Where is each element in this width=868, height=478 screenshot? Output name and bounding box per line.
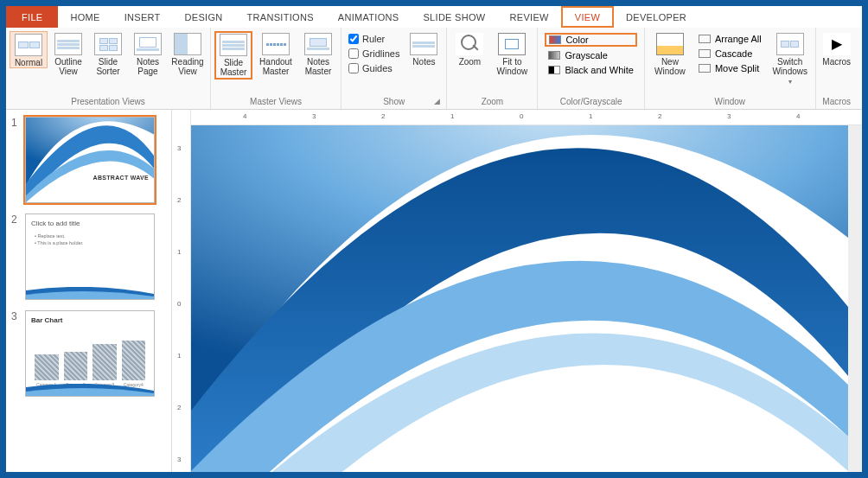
group-label: Window xyxy=(648,97,812,107)
fit-to-window-button[interactable]: Fit to Window xyxy=(490,31,533,76)
color-swatch-icon xyxy=(549,35,561,44)
ruler-checkbox[interactable]: Ruler xyxy=(345,33,403,45)
group-label: Color/Grayscale xyxy=(541,97,640,107)
slide-stage[interactable] xyxy=(191,125,862,472)
cascade-icon xyxy=(699,49,711,58)
tab-insert[interactable]: INSERT xyxy=(112,6,173,28)
macros-icon: ▶ xyxy=(823,33,851,55)
group-window: New Window Arrange All Cascade Move Spli… xyxy=(645,28,816,109)
outline-view-button[interactable]: Outline View xyxy=(49,31,87,76)
vertical-ruler: 3 2 1 0 1 2 3 xyxy=(172,110,191,472)
tab-review[interactable]: REVIEW xyxy=(498,6,561,28)
show-dialog-launcher[interactable]: ◢ xyxy=(434,97,444,107)
thumb3-title: Bar Chart xyxy=(31,316,62,324)
bw-swatch-icon xyxy=(548,66,560,74)
macros-button[interactable]: ▶Macros xyxy=(820,31,854,67)
group-master-views: Slide Master Handout Master Notes Master… xyxy=(211,28,341,109)
arrange-icon xyxy=(699,35,711,43)
thumb3-chart xyxy=(35,334,145,380)
ribbon: Normal Outline View Slide Sorter Notes P… xyxy=(6,28,862,110)
group-zoom: Zoom Fit to Window Zoom xyxy=(447,28,538,109)
thumb-number: 1 xyxy=(11,117,20,203)
black-white-button[interactable]: Black and White xyxy=(545,64,636,76)
notes-icon xyxy=(410,33,437,55)
notes-master-button[interactable]: Notes Master xyxy=(299,31,337,76)
cascade-button[interactable]: Cascade xyxy=(695,48,765,60)
new-window-button[interactable]: New Window xyxy=(648,31,692,76)
handout-master-icon xyxy=(262,33,290,55)
tab-design[interactable]: DESIGN xyxy=(173,6,235,28)
tab-file[interactable]: FILE xyxy=(6,6,58,28)
thumb1-title: ABSTRACT WAVE xyxy=(93,175,149,181)
zoom-button[interactable]: Zoom xyxy=(450,31,488,67)
slide-thumb-1[interactable]: ABSTRACT WAVE xyxy=(25,117,155,203)
slide-thumb-3[interactable]: Bar Chart Category1Category2Category3Cat… xyxy=(25,310,155,397)
new-window-icon xyxy=(656,33,684,55)
notes-page-button[interactable]: Notes Page xyxy=(129,31,167,76)
move-split-icon xyxy=(699,64,711,73)
slide-thumbnails-panel: 1 ABSTRACT WAVE 2 Click to add title • R… xyxy=(6,110,172,472)
switch-windows-icon xyxy=(776,33,804,55)
tab-home[interactable]: HOME xyxy=(58,6,112,28)
switch-windows-button[interactable]: Switch Windows▾ xyxy=(769,31,812,86)
slide-master-button[interactable]: Slide Master xyxy=(214,31,252,80)
gridlines-checkbox[interactable]: Gridlines xyxy=(345,48,403,60)
content-area: 1 ABSTRACT WAVE 2 Click to add title • R… xyxy=(6,110,862,472)
handout-master-button[interactable]: Handout Master xyxy=(254,31,297,76)
grayscale-button[interactable]: Grayscale xyxy=(545,49,636,61)
tab-transitions[interactable]: TRANSITIONS xyxy=(235,6,326,28)
slide-master-icon xyxy=(220,34,247,56)
grayscale-swatch-icon xyxy=(548,51,560,60)
group-label: Master Views xyxy=(214,97,337,107)
fit-window-icon xyxy=(498,33,526,55)
thumb2-title: Click to add title xyxy=(31,220,80,227)
arrange-all-button[interactable]: Arrange All xyxy=(695,33,765,45)
group-label: Macros xyxy=(820,97,854,107)
slide-thumb-2[interactable]: Click to add title • Replace text. • Thi… xyxy=(25,214,155,300)
group-label: Show xyxy=(345,97,443,107)
ribbon-tabs: FILE HOME INSERT DESIGN TRANSITIONS ANIM… xyxy=(6,6,862,28)
thumb2-bullet: This is a place holder. xyxy=(37,240,83,245)
reading-view-icon xyxy=(174,33,201,55)
color-button[interactable]: Color xyxy=(545,33,636,47)
guides-checkbox[interactable]: Guides xyxy=(345,62,403,74)
tab-slideshow[interactable]: SLIDE SHOW xyxy=(411,6,497,28)
zoom-icon xyxy=(456,33,483,55)
thumb-number: 3 xyxy=(11,310,20,397)
app-window: FILE HOME INSERT DESIGN TRANSITIONS ANIM… xyxy=(6,6,862,472)
horizontal-ruler: 4 3 2 1 0 1 2 3 4 xyxy=(191,110,862,125)
group-presentation-views: Normal Outline View Slide Sorter Notes P… xyxy=(6,28,211,109)
notes-page-icon xyxy=(134,33,162,55)
group-label: Presentation Views xyxy=(10,97,207,107)
tab-developer[interactable]: DEVELOPER xyxy=(614,6,699,28)
group-macros: ▶Macros Macros xyxy=(816,28,858,109)
group-color-grayscale: Color Grayscale Black and White Color/Gr… xyxy=(538,28,644,109)
notes-button[interactable]: Notes xyxy=(405,31,443,67)
normal-view-icon xyxy=(15,34,42,56)
reading-view-button[interactable]: Reading View xyxy=(169,31,207,76)
thumb2-bullet: Replace text. xyxy=(37,233,65,239)
current-slide[interactable] xyxy=(191,125,848,472)
slide-sorter-button[interactable]: Slide Sorter xyxy=(89,31,127,76)
tab-animations[interactable]: ANIMATIONS xyxy=(326,6,412,28)
slide-sorter-icon xyxy=(94,33,122,55)
chevron-down-icon: ▾ xyxy=(788,78,792,86)
normal-view-button[interactable]: Normal xyxy=(10,31,48,68)
tab-view[interactable]: VIEW xyxy=(561,6,614,28)
stage-wrap: 4 3 2 1 0 1 2 3 4 xyxy=(191,110,862,472)
group-label: Zoom xyxy=(450,97,533,107)
thumb-number: 2 xyxy=(11,214,20,300)
move-split-button[interactable]: Move Split xyxy=(695,62,765,74)
outline-view-icon xyxy=(54,33,82,55)
notes-master-icon xyxy=(304,33,332,55)
group-show: Ruler Gridlines Guides Notes Show ◢ xyxy=(341,28,447,109)
